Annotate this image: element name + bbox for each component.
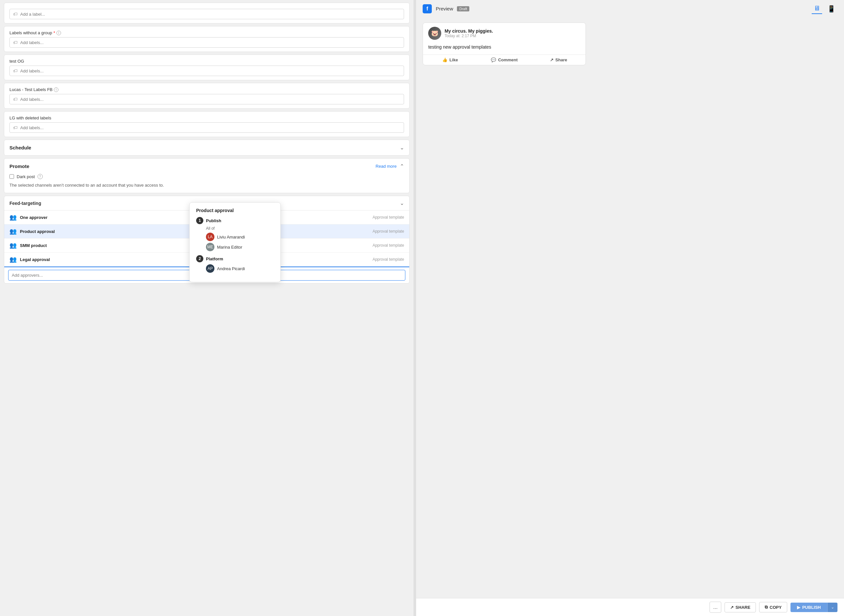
promote-header: Promote Read more ⌃: [4, 158, 409, 174]
schedule-section[interactable]: Schedule ⌄: [4, 139, 410, 155]
left-panel: 🏷 Labels without a group * i 🏷 test OG 🏷…: [0, 0, 414, 616]
top-label-section: 🏷: [4, 3, 410, 23]
step-name-0: Publish: [206, 218, 221, 223]
info-icon-without-group[interactable]: i: [56, 31, 61, 35]
like-button[interactable]: 👍 Like: [423, 55, 477, 65]
test-og-section: test OG 🏷: [4, 54, 410, 80]
popup-steps: 1 Publish All of LA Liviu Amarandi ME Ma…: [196, 217, 274, 273]
avatar-inner: 🐷: [428, 27, 441, 40]
popup-step-0: 1 Publish All of LA Liviu Amarandi ME Ma…: [196, 217, 274, 251]
preview-label: Preview: [436, 6, 453, 12]
post-header: 🐷 My circus. My piggies. Today at: 2:17 …: [423, 23, 586, 43]
step-header-0: 1 Publish: [196, 217, 274, 224]
dark-post-help-icon[interactable]: ?: [38, 174, 43, 179]
approver-name-0-0: Liviu Amarandi: [217, 235, 245, 239]
lg-deleted-label: LG with deleted labels: [9, 116, 404, 120]
tag-icon: 🏷: [13, 12, 18, 17]
step-number-0: 1: [196, 217, 203, 224]
share-icon: ↗: [550, 57, 553, 62]
approver-avatar-0-0: LA: [206, 233, 214, 241]
read-more-link[interactable]: Read more: [376, 164, 396, 169]
approval-type-3: Approval template: [372, 257, 404, 262]
dark-post-label: Dark post: [17, 174, 35, 179]
approver-row-0-1: ME Marina Editor: [206, 243, 274, 251]
users-icon-2: 👥: [9, 242, 17, 249]
lucas-test-input-row[interactable]: 🏷: [9, 94, 404, 104]
lucas-test-section: Lucas - Test Labels FB i 🏷: [4, 83, 410, 109]
copy-button[interactable]: ⧉ COPY: [759, 602, 787, 612]
approval-popup: Product approval 1 Publish All of LA Liv…: [189, 202, 281, 282]
approver-avatar-1-0: AP: [206, 264, 214, 273]
approval-type-0: Approval template: [372, 215, 404, 220]
step-all-0: All of: [206, 226, 274, 231]
desktop-device-button[interactable]: 🖥: [812, 3, 822, 14]
users-icon-0: 👥: [9, 214, 17, 221]
draft-badge: Draft: [457, 6, 469, 12]
channels-note: The selected channels aren’t connected t…: [9, 182, 404, 188]
promote-section: Promote Read more ⌃ Dark post ? The sele…: [4, 158, 410, 193]
test-og-input[interactable]: [20, 69, 401, 73]
post-card: 🐷 My circus. My piggies. Today at: 2:17 …: [423, 22, 586, 65]
right-panel: f Preview Draft 🖥 📱 🐷 My circus. My pigg…: [416, 0, 844, 616]
lg-deleted-input[interactable]: [20, 125, 401, 130]
preview-content: 🐷 My circus. My piggies. Today at: 2:17 …: [416, 17, 844, 598]
publish-button[interactable]: ▶ PUBLISH: [790, 603, 827, 612]
comment-button[interactable]: 💬 Comment: [477, 55, 531, 65]
share-button[interactable]: ↗ Share: [531, 55, 586, 65]
approver-avatar-0-1: ME: [206, 243, 214, 251]
step-number-1: 2: [196, 255, 203, 263]
promote-chevron-icon[interactable]: ⌃: [400, 163, 404, 169]
publish-send-icon: ▶: [797, 605, 800, 610]
promote-title: Promote: [9, 163, 29, 169]
approval-type-1: Approval template: [372, 229, 404, 233]
publish-dropdown-button[interactable]: ⌄: [827, 603, 837, 612]
step-header-1: 2 Platform: [196, 255, 274, 263]
dark-post-checkbox[interactable]: [9, 174, 14, 179]
step-body-0: All of LA Liviu Amarandi ME Marina Edito…: [196, 226, 274, 251]
approver-name-0-1: Marina Editor: [217, 245, 242, 249]
labels-without-group-input[interactable]: [20, 40, 401, 45]
copy-icon: ⧉: [765, 604, 768, 610]
labels-without-group-section: Labels without a group * i 🏷: [4, 26, 410, 52]
info-icon-lucas[interactable]: i: [54, 87, 59, 92]
device-icons: 🖥 📱: [812, 3, 837, 14]
post-text: testing new approval templates: [423, 43, 586, 54]
step-name-1: Platform: [206, 257, 223, 261]
top-label-input-row[interactable]: 🏷: [9, 9, 404, 19]
approver-name-1-0: Andrea Picardi: [217, 266, 245, 271]
feed-targeting-chevron-icon[interactable]: ⌄: [400, 200, 404, 206]
users-icon-1: 👥: [9, 228, 17, 235]
mobile-device-button[interactable]: 📱: [825, 3, 837, 14]
more-options-button[interactable]: ...: [709, 602, 721, 613]
lucas-test-input[interactable]: [20, 97, 401, 102]
approver-row-0-0: LA Liviu Amarandi: [206, 233, 274, 241]
required-star: *: [54, 30, 55, 35]
lg-deleted-input-row[interactable]: 🏷: [9, 122, 404, 133]
comment-icon: 💬: [491, 57, 496, 62]
schedule-title: Schedule: [9, 145, 31, 150]
post-time: Today at: 2:17 PM: [445, 34, 493, 38]
top-label-input[interactable]: [20, 12, 401, 17]
tag-icon-5: 🏷: [13, 125, 18, 130]
like-icon: 👍: [442, 57, 448, 62]
schedule-chevron-icon[interactable]: ⌄: [400, 145, 404, 151]
approver-row-1-0: AP Andrea Picardi: [206, 264, 274, 273]
promote-body: Dark post ? The selected channels aren’t…: [4, 174, 409, 193]
avatar: 🐷: [428, 27, 441, 40]
post-actions: 👍 Like 💬 Comment ↗ Share: [423, 54, 586, 65]
approval-type-2: Approval template: [372, 243, 404, 248]
publish-group: ▶ PUBLISH ⌄: [790, 603, 837, 612]
share-action-button[interactable]: ↗ SHARE: [725, 602, 756, 612]
promote-actions: Read more ⌃: [376, 163, 404, 169]
feed-targeting-title: Feed-targeting: [9, 201, 41, 206]
users-icon-3: 👥: [9, 256, 17, 263]
labels-without-group-input-row[interactable]: 🏷: [9, 37, 404, 48]
post-meta: My circus. My piggies. Today at: 2:17 PM: [445, 28, 493, 38]
test-og-label: test OG: [9, 59, 404, 64]
lucas-test-label: Lucas - Test Labels FB i: [9, 87, 404, 92]
test-og-input-row[interactable]: 🏷: [9, 66, 404, 76]
preview-header: f Preview Draft 🖥 📱: [416, 0, 844, 17]
tag-icon-3: 🏷: [13, 68, 18, 73]
post-profile-name: My circus. My piggies.: [445, 28, 493, 34]
dark-post-row: Dark post ?: [9, 174, 404, 179]
